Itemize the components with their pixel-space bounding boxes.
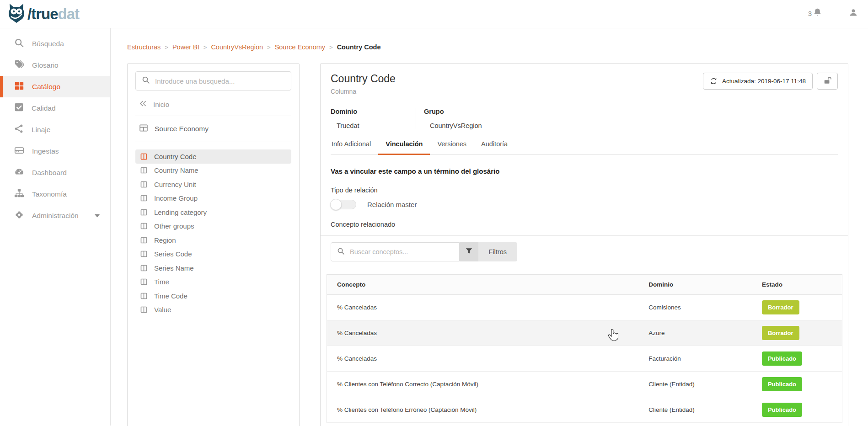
table-header-row: Concepto Dominio Estado bbox=[327, 275, 842, 295]
structure-detail-panel: Country Code Columna Actualizada: 2019-0… bbox=[320, 63, 848, 426]
updated-refresh-button[interactable]: Actualizada: 2019-06-17 11:48 bbox=[703, 73, 813, 90]
column-item-other-groups[interactable]: Other groups bbox=[135, 219, 291, 234]
sidebar-item-glosario[interactable]: Glosario bbox=[0, 54, 110, 76]
tab-vinculacion[interactable]: Vinculación bbox=[378, 140, 430, 155]
concept-search-box[interactable] bbox=[331, 242, 460, 261]
status-badge: Publicado bbox=[762, 377, 802, 391]
status-badge: Publicado bbox=[762, 351, 802, 366]
concept-search-input[interactable] bbox=[350, 248, 453, 256]
header-concepto: Concepto bbox=[327, 275, 638, 295]
table-row[interactable]: % Clientes con Teléfono Erróneo (Captaci… bbox=[327, 397, 842, 423]
sidebar-item-linaje[interactable]: Linaje bbox=[0, 119, 110, 140]
sidebar-item-label: Administración bbox=[32, 212, 79, 220]
column-item-series-code[interactable]: Series Code bbox=[135, 247, 291, 261]
column-item-value[interactable]: Value bbox=[135, 303, 291, 317]
breadcrumb-link-countryvsregion[interactable]: CountryVsRegion bbox=[211, 43, 263, 51]
sidebar-item-label: Glosario bbox=[32, 61, 59, 69]
relation-master-label: Relación master bbox=[367, 201, 417, 208]
table-row[interactable]: % Clientes con Teléfono Correcto (Captac… bbox=[327, 372, 842, 397]
truedat-logo[interactable]: /truedat bbox=[7, 4, 79, 25]
column-icon bbox=[140, 166, 148, 174]
toggle-knob bbox=[330, 199, 342, 210]
header-estado: Estado bbox=[752, 275, 842, 295]
search-icon bbox=[14, 38, 24, 50]
grupo-value: CountryVsRegion bbox=[424, 122, 501, 129]
detail-tabs: Info Adicional Vinculación Versiones Aud… bbox=[331, 140, 838, 154]
column-icon bbox=[140, 278, 148, 286]
column-item-lending-category[interactable]: Lending category bbox=[135, 205, 291, 219]
column-item-currency-unit[interactable]: Currency Unit bbox=[135, 177, 291, 192]
meta-section: Dominio Truedat Grupo CountryVsRegion bbox=[331, 108, 838, 129]
column-label: Time bbox=[154, 278, 169, 286]
column-icon bbox=[140, 264, 148, 272]
table-row[interactable]: % Canceladas Comisiones Borrador bbox=[327, 295, 842, 320]
user-menu-button[interactable] bbox=[849, 8, 858, 19]
notifications-button[interactable]: 3 bbox=[808, 7, 822, 19]
column-item-country-code[interactable]: Country Code bbox=[135, 149, 291, 164]
user-icon bbox=[849, 11, 858, 19]
tab-info-adicional[interactable]: Info Adicional bbox=[331, 140, 378, 154]
breadcrumb-separator: > bbox=[329, 44, 333, 51]
column-label: Other groups bbox=[154, 222, 194, 230]
breadcrumb-current: Country Code bbox=[337, 43, 381, 51]
sitemap-icon bbox=[14, 188, 24, 200]
tree-parent-source-economy[interactable]: Source Economy bbox=[135, 123, 291, 134]
column-item-time[interactable]: Time bbox=[135, 275, 291, 289]
structure-type: Columna bbox=[331, 88, 396, 95]
breadcrumb-link-source-economy[interactable]: Source Economy bbox=[275, 43, 325, 51]
column-item-time-code[interactable]: Time Code bbox=[135, 289, 291, 303]
column-icon bbox=[140, 194, 148, 202]
sidebar-item-dashboard[interactable]: Dashboard bbox=[0, 162, 110, 183]
column-icon bbox=[140, 306, 148, 314]
filter-funnel-button[interactable] bbox=[460, 242, 478, 261]
tab-versiones[interactable]: Versiones bbox=[430, 140, 474, 154]
column-list: Country Code Country Name Currency Unit … bbox=[135, 149, 291, 317]
column-item-series-name[interactable]: Series Name bbox=[135, 261, 291, 275]
lock-toggle-button[interactable] bbox=[817, 73, 838, 90]
table-row[interactable]: % Canceladas Azure Borrador bbox=[327, 320, 842, 346]
tree-search-input[interactable] bbox=[155, 77, 285, 85]
breadcrumb-link-powerbi[interactable]: Power BI bbox=[172, 43, 199, 51]
table-icon bbox=[139, 123, 148, 134]
sidebar-item-label: Calidad bbox=[32, 104, 56, 112]
cell-dominio: Facturación bbox=[638, 346, 752, 372]
dominio-label: Dominio bbox=[331, 108, 416, 115]
column-item-country-name[interactable]: Country Name bbox=[135, 164, 291, 178]
funnel-icon bbox=[465, 247, 473, 257]
cell-dominio: Cliente (Entidad) bbox=[638, 372, 752, 397]
relation-master-toggle[interactable] bbox=[331, 200, 356, 209]
share-icon bbox=[14, 124, 24, 135]
notification-count: 3 bbox=[808, 10, 812, 17]
column-icon bbox=[140, 292, 148, 300]
table-row[interactable]: % Canceladas Facturación Publicado bbox=[327, 346, 842, 372]
column-item-income-group[interactable]: Income Group bbox=[135, 192, 291, 206]
sidebar-item-label: Búsqueda bbox=[32, 40, 64, 48]
cell-concepto: % Canceladas bbox=[327, 320, 638, 346]
sidebar-item-label: Linaje bbox=[32, 126, 50, 134]
breadcrumb-link-estructuras[interactable]: Estructuras bbox=[127, 43, 161, 51]
check-square-icon bbox=[14, 102, 24, 114]
sidebar-item-catalogo[interactable]: Catálogo bbox=[0, 76, 110, 97]
bell-icon bbox=[813, 7, 822, 19]
tree-parent-label: Source Economy bbox=[155, 125, 209, 133]
filters-button[interactable]: Filtros bbox=[478, 242, 517, 261]
tree-back-link[interactable]: Inicio bbox=[139, 100, 291, 108]
sidebar-item-taxonomia[interactable]: Taxonomía bbox=[0, 183, 110, 205]
tab-auditoria[interactable]: Auditoría bbox=[474, 140, 515, 154]
column-label: Income Group bbox=[154, 194, 198, 202]
sidebar-item-administracion[interactable]: Administración bbox=[0, 205, 110, 226]
sidebar-item-calidad[interactable]: Calidad bbox=[0, 97, 110, 119]
sidebar-item-ingestas[interactable]: Ingestas bbox=[0, 140, 110, 162]
column-icon bbox=[140, 208, 148, 216]
relation-type-label: Tipo de relación bbox=[331, 186, 838, 194]
breadcrumb: Estructuras > Power BI > CountryVsRegion… bbox=[127, 43, 848, 51]
cell-concepto: % Canceladas bbox=[327, 346, 638, 372]
breadcrumb-separator: > bbox=[204, 44, 207, 51]
tree-search-box[interactable] bbox=[135, 71, 291, 91]
column-item-region[interactable]: Region bbox=[135, 233, 291, 247]
sidebar-item-busqueda[interactable]: Búsqueda bbox=[0, 33, 110, 54]
divider bbox=[321, 235, 848, 236]
chevron-double-left-icon bbox=[139, 100, 147, 108]
brand-name: /truedat bbox=[27, 5, 79, 23]
hard-drive-icon bbox=[14, 145, 24, 157]
